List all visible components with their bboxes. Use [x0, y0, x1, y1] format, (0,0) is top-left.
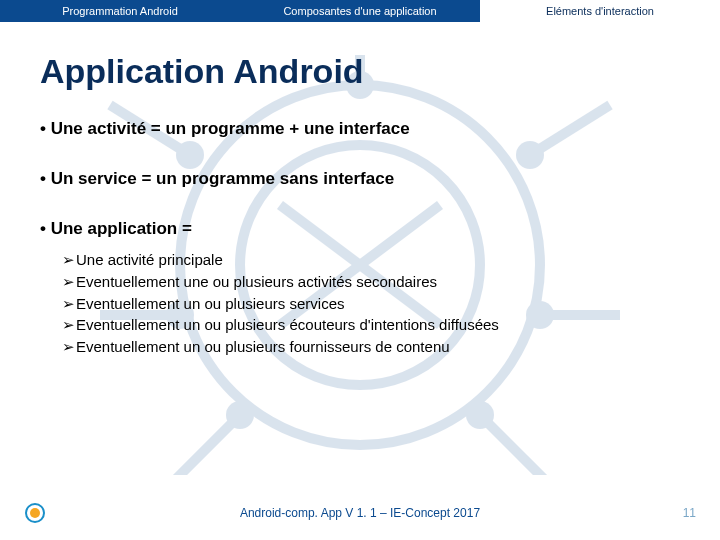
- page-number: 11: [683, 506, 696, 520]
- svg-point-8: [466, 401, 494, 429]
- tab-composantes-application[interactable]: Composantes d'une application: [240, 0, 480, 22]
- slide-title: Application Android: [40, 52, 680, 91]
- sub-bullet-item: ➢Une activité principale: [62, 249, 680, 271]
- slide: Programmation Android Composantes d'une …: [0, 0, 720, 540]
- sub-bullet-text: Eventuellement un ou plusieurs écouteurs…: [76, 316, 499, 333]
- footer-text: Android-comp. App V 1. 1 – IE-Concept 20…: [0, 506, 720, 520]
- bullet-item: Un service = un programme sans interface: [40, 169, 680, 189]
- sub-bullet-text: Eventuellement un ou plusieurs services: [76, 295, 344, 312]
- slide-content: Application Android Une activité = un pr…: [0, 22, 720, 358]
- sub-bullet-text: Eventuellement une ou plusieurs activité…: [76, 273, 437, 290]
- tab-programmation-android[interactable]: Programmation Android: [0, 0, 240, 22]
- sub-bullet-list: ➢Une activité principale ➢Eventuellement…: [62, 249, 680, 358]
- tab-bar: Programmation Android Composantes d'une …: [0, 0, 720, 22]
- bullet-text: Une application =: [51, 219, 192, 238]
- arrow-icon: ➢: [62, 271, 76, 293]
- bullet-item: Une activité = un programme + une interf…: [40, 119, 680, 139]
- arrow-icon: ➢: [62, 293, 76, 315]
- arrow-icon: ➢: [62, 336, 76, 358]
- sub-bullet-item: ➢Eventuellement un ou plusieurs écouteur…: [62, 314, 680, 336]
- bullet-list: Une activité = un programme + une interf…: [40, 119, 680, 358]
- arrow-icon: ➢: [62, 314, 76, 336]
- sub-bullet-item: ➢Eventuellement un ou plusieurs services: [62, 293, 680, 315]
- sub-bullet-item: ➢Eventuellement une ou plusieurs activit…: [62, 271, 680, 293]
- svg-point-7: [226, 401, 254, 429]
- tab-elements-interaction[interactable]: Eléments d'interaction: [480, 0, 720, 22]
- bullet-item: Une application = ➢Une activité principa…: [40, 219, 680, 358]
- arrow-icon: ➢: [62, 249, 76, 271]
- sub-bullet-text: Une activité principale: [76, 251, 223, 268]
- sub-bullet-item: ➢Eventuellement un ou plusieurs fourniss…: [62, 336, 680, 358]
- sub-bullet-text: Eventuellement un ou plusieurs fournisse…: [76, 338, 450, 355]
